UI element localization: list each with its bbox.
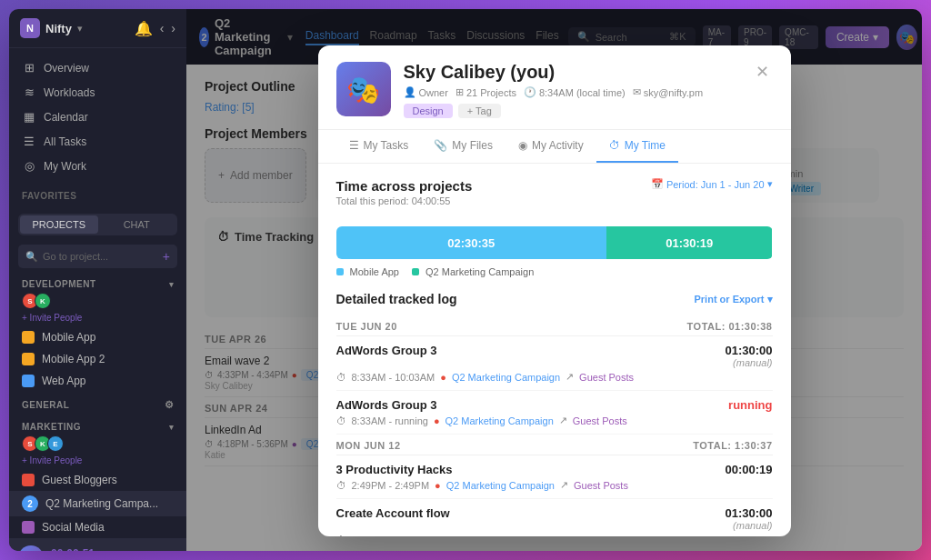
project-item-q2-marketing[interactable]: 2 Q2 Marketing Campa... <box>9 491 186 516</box>
project-item-mobile-app[interactable]: Mobile App <box>9 326 186 348</box>
app-dropdown-icon[interactable]: ▾ <box>77 23 83 35</box>
log-time-range: 2:40PM - 4:10PM <box>352 535 430 537</box>
log-project: Q2 Marketing Campaign <box>446 480 555 491</box>
tab-my-tasks[interactable]: ☰ My Tasks <box>336 130 422 163</box>
sidebar-item-all-tasks[interactable]: ☰ All Tasks <box>9 129 186 154</box>
time-legend: Mobile App Q2 Marketing Campaign <box>336 266 773 277</box>
sidebar-item-calendar[interactable]: ▦ Calendar <box>9 105 186 129</box>
log-date: MON JUN 12 <box>336 440 401 451</box>
timer-info: 00:00:51 AdWords Gro... <box>51 547 137 552</box>
sidebar-item-my-work[interactable]: ◎ My Work <box>9 154 186 178</box>
log-project: Mobile App <box>446 535 496 537</box>
time-header-row: Time across projects Total this period: … <box>336 178 773 217</box>
my-work-icon: ◎ <box>22 159 36 173</box>
log-entry-title: AdWords Group 3 <box>336 398 437 412</box>
time-bar-green: 01:30:19 <box>606 226 772 259</box>
add-project-icon[interactable]: + <box>163 249 170 264</box>
notification-bell-icon[interactable]: 🔔 <box>135 20 153 37</box>
sidebar-item-label: My Work <box>44 160 86 173</box>
sidebar-item-label: All Tasks <box>44 135 86 148</box>
project-item-web-app[interactable]: Web App <box>9 370 186 392</box>
log-time-range: 8:33AM - running <box>352 415 428 426</box>
app-name: Nifty <box>45 22 72 35</box>
tab-projects[interactable]: PROJECTS <box>20 215 98 234</box>
modal-avatar: 🎭 <box>336 62 391 116</box>
log-entry-title: Create Account flow <box>336 506 450 520</box>
link-icon: ↗ <box>559 415 567 426</box>
modal-user-name: Sky Calibey (you) <box>404 62 739 83</box>
modal-user-info: Sky Calibey (you) 👤 Owner ⊞ 21 Projects <box>404 62 739 118</box>
section-arrow-icon: ▾ <box>169 423 175 432</box>
modal-header: 🎭 Sky Calibey (you) 👤 Owner ⊞ 21 Project… <box>318 45 791 130</box>
legend-dot-green <box>412 268 419 275</box>
log-link: Guest Posts <box>573 415 627 426</box>
log-row-header: AdWords Group 3 01:30:00 (manual) <box>336 344 773 368</box>
log-row-header: Create Account flow 01:30:00 (manual) <box>336 506 773 531</box>
project-item-guest-bloggers[interactable]: Guest Bloggers <box>9 469 186 491</box>
logo-area[interactable]: N Nifty ▾ <box>20 18 83 38</box>
modal-overlay: 🎭 Sky Calibey (you) 👤 Owner ⊞ 21 Project… <box>186 9 922 551</box>
log-total: TOTAL: 1:30:37 <box>693 440 772 451</box>
tab-my-time[interactable]: ⏱ My Time <box>596 130 678 163</box>
sidebar-item-label: Workloads <box>44 86 95 99</box>
timer-avatar: 🎭 <box>18 545 44 551</box>
section-general[interactable]: GENERAL ⚙ <box>9 392 186 415</box>
period-label: Period: Jun 1 - Jun 20 <box>666 179 765 190</box>
project-item-social-media[interactable]: Social Media <box>9 516 186 538</box>
log-time-range: 2:49PM - 2:49PM <box>352 480 430 491</box>
development-avatars: S K <box>9 293 186 313</box>
sidebar-nav: ⊞ Overview ≋ Workloads ▦ Calendar ☰ All … <box>9 48 186 185</box>
marketing-avatars: S K E <box>9 435 186 455</box>
log-row-header: AdWords Group 3 running <box>336 398 773 412</box>
list-icon: ☰ <box>22 135 36 148</box>
section-label: DEVELOPMENT <box>22 279 96 289</box>
section-label: MARKETING <box>22 422 81 432</box>
project-label: Guest Bloggers <box>42 474 117 486</box>
sidebar-item-label: Overview <box>44 62 89 75</box>
log-row-meta: ⏱ 2:40PM - 4:10PM ● Mobile App ↗ Phase 2 <box>336 534 773 536</box>
time-across-heading: Time across projects Total this period: … <box>336 178 473 217</box>
nav-back-icon[interactable]: ‹ <box>160 21 165 35</box>
tab-my-files[interactable]: 📎 My Files <box>421 130 506 163</box>
log-entry-title: 3 Productivity Hacks <box>336 463 453 476</box>
sidebar-item-workloads[interactable]: ≋ Workloads <box>9 80 186 105</box>
user-icon: 👤 <box>404 86 416 98</box>
project-item-mobile-app-2[interactable]: Mobile App 2 <box>9 348 186 370</box>
log-project: Q2 Marketing Campaign <box>445 415 554 426</box>
tab-chat[interactable]: CHAT <box>98 215 176 234</box>
grid-icon: ⊞ <box>455 86 464 98</box>
section-marketing[interactable]: MARKETING ▾ <box>9 415 186 435</box>
sidebar-header-icons: 🔔 ‹ › <box>135 20 175 37</box>
tab-my-activity[interactable]: ◉ My Activity <box>506 130 596 163</box>
section-label: GENERAL <box>22 400 69 410</box>
invite-people-link[interactable]: + Invite People <box>9 313 186 326</box>
sidebar-item-label: Calendar <box>44 111 88 124</box>
files-icon: 📎 <box>434 139 447 152</box>
log-row-meta: ⏱ 8:33AM - 10:03AM ● Q2 Marketing Campai… <box>336 371 773 383</box>
log-duration: 01:30:00 <box>725 506 772 520</box>
logo-icon: N <box>20 18 40 38</box>
modal-close-button[interactable]: ✕ <box>752 62 773 82</box>
modal-body: Time across projects Total this period: … <box>318 164 791 536</box>
modal-tabs: ☰ My Tasks 📎 My Files ◉ My Activity ⏱ My… <box>318 130 791 164</box>
nav-forward-icon[interactable]: › <box>171 21 175 35</box>
link-icon: ↗ <box>501 534 509 536</box>
log-link: Phase 2 <box>515 535 551 537</box>
user-projects-label: ⊞ 21 Projects <box>455 86 516 98</box>
search-projects-input[interactable]: 🔍 Go to project... + <box>18 245 177 268</box>
dot-icon: ● <box>434 415 440 426</box>
invite-people-marketing-link[interactable]: + Invite People <box>9 455 186 469</box>
log-entry-title: AdWords Group 3 <box>336 344 437 357</box>
modal-tag-add[interactable]: + Tag <box>458 104 501 118</box>
log-row-meta: ⏱ 8:33AM - running ● Q2 Marketing Campai… <box>336 415 773 426</box>
period-selector[interactable]: 📅 Period: Jun 1 - Jun 20 ▾ <box>651 178 773 190</box>
project-label: Q2 Marketing Campa... <box>45 497 158 510</box>
modal-tag-design: Design <box>404 104 453 118</box>
section-development[interactable]: DEVELOPMENT ▾ <box>9 272 186 293</box>
log-date-header-jun12: MON JUN 12 TOTAL: 1:30:37 <box>336 435 773 455</box>
print-export-button[interactable]: Print or Export ▾ <box>694 294 772 305</box>
calendar-icon: ▦ <box>22 110 36 124</box>
project-label: Social Media <box>42 521 105 534</box>
user-email-label: ✉ sky@nifty.pm <box>633 86 703 98</box>
sidebar-item-overview[interactable]: ⊞ Overview <box>9 55 186 80</box>
